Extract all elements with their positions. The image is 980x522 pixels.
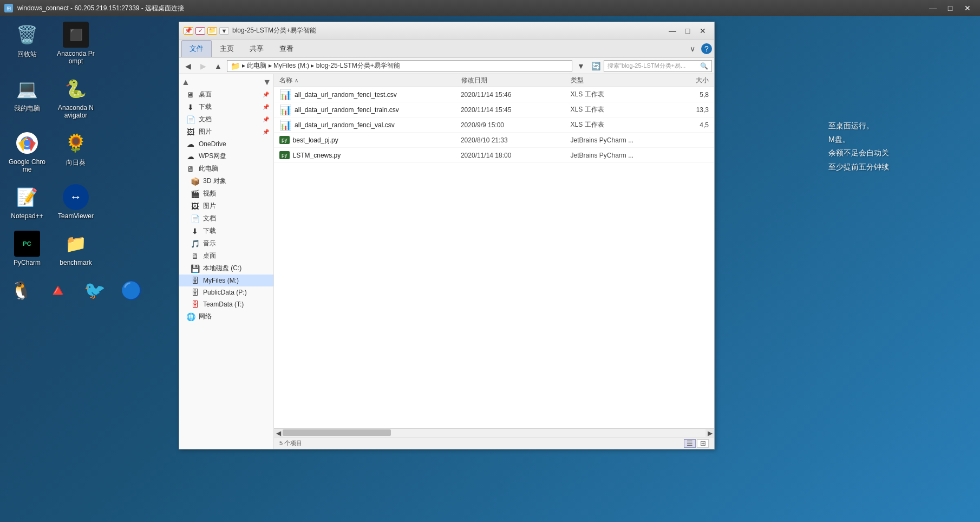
- desktop-icon-xiangrikui[interactable]: 🌻 向日葵: [54, 127, 97, 176]
- wps-icon: ☁: [186, 152, 195, 161]
- explorer-dropdown-icon[interactable]: ▼: [219, 27, 229, 35]
- file-type-2: XLS 工作表: [571, 105, 657, 114]
- sidebar-item-publicdata-p[interactable]: 🗄 PublicData (P:): [179, 286, 273, 298]
- sidebar-item-onedrive[interactable]: ☁ OneDrive: [179, 138, 273, 150]
- desktop-icon-google-chrome[interactable]: Google Chrome: [5, 127, 49, 176]
- sidebar-item-thispc[interactable]: 🖥 此电脑: [179, 162, 273, 175]
- sidebar-item-music[interactable]: 🎵 音乐: [179, 237, 273, 250]
- desktop-icon-benchmark[interactable]: 📁 benchmark: [54, 228, 97, 269]
- sidebar-item-myfiles-m[interactable]: 🗄 MyFiles (M:): [179, 275, 273, 286]
- desktop-icon-cmake[interactable]: 🔺: [42, 275, 74, 308]
- forward-button[interactable]: ▶: [197, 60, 210, 72]
- desktop-icon-notepadpp[interactable]: 📝 Notepad++: [5, 181, 49, 223]
- desktop-icon-pycharm[interactable]: PC PyCharm: [5, 228, 49, 269]
- pictures-icon: 🖼: [190, 202, 200, 211]
- help-button[interactable]: ?: [701, 43, 712, 54]
- address-part1: ▸ 此电脑 ▸ MyFiles (M:) ▸ blog-25-LSTM分类+易学…: [242, 61, 400, 70]
- tab-view[interactable]: 查看: [272, 41, 301, 57]
- hscroll-left-arrow[interactable]: ◀: [274, 429, 283, 438]
- explorer-minimize-button[interactable]: —: [665, 25, 680, 36]
- file-row-4[interactable]: py best_load_pj.py 2020/8/10 21:33 JetBr…: [274, 133, 714, 148]
- up-button[interactable]: ▲: [212, 60, 225, 72]
- explorer-pin-icon[interactable]: 📌: [184, 27, 193, 35]
- ribbon-collapse-button[interactable]: ∨: [686, 43, 699, 55]
- desktop-icon-bird[interactable]: 🐦: [79, 275, 110, 308]
- desktop-icon-unknown[interactable]: 🔵: [116, 275, 147, 308]
- publicdata-p-icon: 🗄: [190, 288, 200, 297]
- file-row-5[interactable]: py LSTM_cnews.py 2020/11/14 18:00 JetBra…: [274, 148, 714, 163]
- sidebar-scroll-down[interactable]: ▼: [263, 77, 271, 87]
- rd-minimize-button[interactable]: —: [925, 3, 941, 14]
- file-row-2[interactable]: 📊 all_data_url_random_fenci_train.csv 20…: [274, 102, 714, 118]
- sidebar-item-3d-objects[interactable]: 📦 3D 对象: [179, 175, 273, 187]
- sidebar-scroll-up[interactable]: ▲: [181, 77, 190, 87]
- onedrive-label: OneDrive: [199, 140, 226, 148]
- sidebar-item-downloads[interactable]: ⬇ 下载: [179, 225, 273, 237]
- sidebar-item-wps[interactable]: ☁ WPS网盘: [179, 150, 273, 162]
- teamdata-t-icon: 🗄: [190, 300, 200, 309]
- sidebar-item-desktop-folder[interactable]: 🖥 桌面: [179, 250, 273, 262]
- desktop-icon-anaconda-navigator[interactable]: 🐍 Anaconda Navigator: [54, 73, 97, 122]
- tab-file[interactable]: 文件: [181, 40, 212, 57]
- pin-indicator: 📌: [263, 92, 269, 97]
- sidebar-item-download-pin[interactable]: ⬇ 下载 📌: [179, 101, 273, 113]
- search-box[interactable]: 搜索"blog-25-LSTM分类+易... 🔍: [604, 60, 712, 72]
- hscroll-right-arrow[interactable]: ▶: [705, 429, 714, 438]
- sidebar-item-desktop-pin[interactable]: 🖥 桌面 📌: [179, 88, 273, 101]
- sidebar-item-teamdata-t[interactable]: 🗄 TeamData (T:): [179, 298, 273, 310]
- notepadpp-icon: 📝: [14, 184, 40, 210]
- explorer-maximize-button[interactable]: □: [681, 25, 695, 36]
- sidebar-item-pictures-pin[interactable]: 🖼 图片 📌: [179, 126, 273, 138]
- back-button[interactable]: ◀: [181, 60, 194, 72]
- bird-icon: 🐦: [82, 277, 108, 303]
- file-row-3[interactable]: 📊 all_data_url_random_fenci_val.csv 2020…: [274, 118, 714, 133]
- rd-close-button[interactable]: ✕: [959, 3, 976, 14]
- desktop-icon-teamviewer[interactable]: ↔ TeamViewer: [54, 181, 97, 223]
- pin-indicator2: 📌: [263, 104, 269, 110]
- downloads-label: 下载: [203, 226, 216, 236]
- explorer-close-button[interactable]: ✕: [696, 25, 710, 36]
- qq-icon: 🐧: [8, 277, 34, 303]
- view-grid-button[interactable]: ⊞: [697, 439, 709, 448]
- sidebar-item-videos[interactable]: 🎬 视频: [179, 187, 273, 200]
- thispc-label: 此电脑: [199, 164, 218, 173]
- file-date-1: 2020/11/14 15:46: [461, 91, 569, 99]
- explorer-check-icon[interactable]: ✓: [195, 27, 205, 35]
- header-name[interactable]: 名称 ∧: [279, 76, 461, 85]
- google-chrome-label: Google Chrome: [8, 158, 46, 173]
- rd-maximize-button[interactable]: □: [942, 3, 958, 14]
- file-row-1[interactable]: 📊 all_data_url_random_fenci_test.csv 202…: [274, 87, 714, 102]
- pycharm-icon: PC: [14, 231, 40, 257]
- tab-home[interactable]: 主页: [212, 41, 241, 57]
- hscroll-track[interactable]: [283, 429, 705, 437]
- path-dropdown-button[interactable]: ▼: [574, 60, 587, 72]
- file-name-text-5: LSTM_cnews.py: [293, 152, 341, 159]
- refresh-button[interactable]: 🔄: [590, 60, 602, 72]
- sidebar-item-pictures[interactable]: 🖼 图片: [179, 200, 273, 212]
- horizontal-scrollbar[interactable]: ◀ ▶: [274, 428, 714, 437]
- sidebar-item-docs-pin[interactable]: 📄 文档 📌: [179, 113, 273, 126]
- tab-share[interactable]: 共享: [242, 41, 271, 57]
- file-date-4: 2020/8/10 21:33: [461, 136, 569, 144]
- view-list-button[interactable]: ☰: [684, 439, 696, 448]
- desktop-icon-recycle-bin[interactable]: 🗑️ 回收站: [5, 19, 49, 68]
- file-type-4: JetBrains PyCharm ...: [571, 136, 657, 144]
- header-date[interactable]: 修改日期: [461, 76, 571, 85]
- sidebar-item-local-disk-c[interactable]: 💾 本地磁盘 (C:): [179, 262, 273, 275]
- address-path[interactable]: 📁 ▸ 此电脑 ▸ MyFiles (M:) ▸ blog-25-LSTM分类+…: [227, 60, 572, 72]
- desktop-icon-anaconda-prompt[interactable]: ⬛ Anaconda Prompt: [54, 19, 97, 68]
- address-folder-icon: 📁: [231, 62, 240, 70]
- header-type[interactable]: 类型: [571, 76, 658, 85]
- explorer-folder-icon[interactable]: 📁: [207, 27, 217, 35]
- file-size-3: 4,5: [658, 121, 709, 129]
- sidebar-item-network[interactable]: 🌐 网络: [179, 310, 273, 323]
- file-size-2: 13,3: [658, 106, 709, 114]
- desktop-pin-label: 桌面: [199, 90, 212, 99]
- desktop-icon-my-computer[interactable]: 💻 我的电脑: [5, 73, 49, 122]
- hscroll-thumb[interactable]: [283, 429, 391, 436]
- desktop-icons: 🗑️ 回收站 ⬛ Anaconda Prompt 💻 我的电脑 🐍 Anacon…: [5, 19, 114, 308]
- file-type-3: XLS 工作表: [571, 120, 657, 129]
- desktop-icon-qq[interactable]: 🐧: [5, 275, 37, 308]
- sidebar-item-documents[interactable]: 📄 文档: [179, 212, 273, 225]
- header-size[interactable]: 大小: [658, 76, 709, 85]
